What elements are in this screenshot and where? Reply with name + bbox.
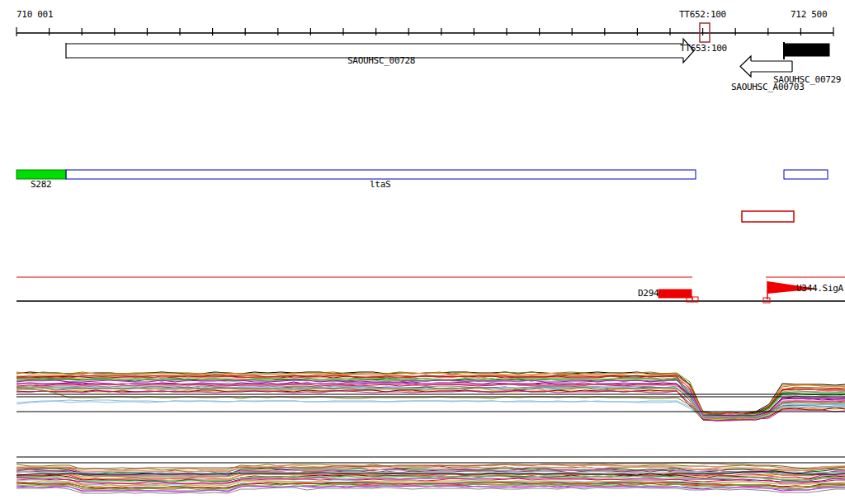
feature-u344-siga-label: U344.SigA.	[796, 284, 845, 293]
feature-ltas-label: ltaS	[370, 180, 390, 189]
gene-saouhsc-00728-label: SAOUHSC_00728	[347, 56, 415, 65]
ruler-start-label: 710 001	[17, 10, 53, 19]
feature-s282-label: S282	[31, 180, 51, 189]
genome-browser: 710 001TT652:100712 500TT653:100SAOUHSC_…	[0, 0, 845, 504]
gene-saouhsc-00729-box[interactable]	[784, 44, 829, 56]
small-red-square-3[interactable]	[763, 298, 770, 303]
plot-line	[17, 463, 845, 469]
browser-canvas[interactable]	[0, 0, 845, 504]
feature-blue-box[interactable]	[784, 170, 828, 179]
ruler-end-label: 712 500	[791, 10, 827, 19]
marker-tt652-label: TT652:100	[679, 10, 726, 19]
marker-tt653-label: TT653:100	[680, 44, 727, 53]
feature-s282-box[interactable]	[17, 170, 66, 179]
gene-saouhsc-a00703-label: SAOUHSC_A00703	[731, 82, 805, 92]
feature-red-box[interactable]	[742, 211, 794, 222]
feature-d294-label: D294	[638, 289, 659, 298]
feature-ltas-box[interactable]	[66, 170, 696, 179]
